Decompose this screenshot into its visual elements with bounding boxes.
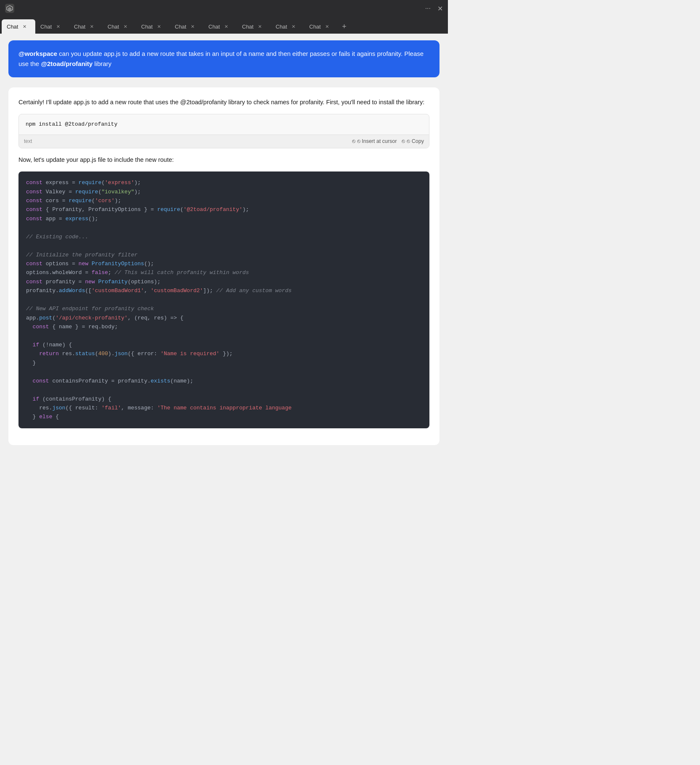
app-logo-icon — [5, 4, 14, 13]
title-bar-left — [5, 4, 14, 13]
assistant-response: Certainly! I'll update app.js to add a n… — [8, 87, 439, 445]
tab-label-0: Chat — [7, 24, 18, 30]
user-message: @workspace can you update app.js to add … — [8, 40, 439, 77]
content-area: @workspace can you update app.js to add … — [0, 34, 448, 765]
tab-close-9[interactable]: ✕ — [324, 24, 330, 29]
more-button[interactable]: ··· — [425, 5, 431, 12]
tab-2[interactable]: Chat ✕ — [69, 19, 103, 34]
tab-close-7[interactable]: ✕ — [257, 24, 263, 29]
main-code-block: const express = require('express'); cons… — [18, 171, 429, 428]
title-bar: ··· ✕ — [0, 0, 448, 17]
tab-7[interactable]: Chat ✕ — [237, 19, 271, 34]
tab-close-1[interactable]: ✕ — [55, 24, 61, 29]
mention-workspace: @workspace — [18, 50, 57, 57]
tab-label-9: Chat — [309, 24, 321, 30]
install-code: npm install @2toad/profanity — [19, 114, 429, 135]
tab-label-8: Chat — [276, 24, 287, 30]
tab-close-6[interactable]: ✕ — [223, 24, 229, 29]
tab-label-6: Chat — [208, 24, 220, 30]
tab-label-1: Chat — [40, 24, 52, 30]
copy-label: ⎋ Copy — [407, 138, 424, 144]
add-tab-button[interactable]: + — [338, 19, 351, 34]
tab-label-2: Chat — [74, 24, 85, 30]
copy-button[interactable]: ⎋ ⎋ Copy — [402, 138, 424, 144]
install-code-block: npm install @2toad/profanity text ⎋ ⎋ In… — [18, 114, 429, 148]
tab-close-8[interactable]: ✕ — [290, 24, 296, 29]
user-message-text2: library — [92, 60, 111, 67]
tab-close-2[interactable]: ✕ — [89, 24, 95, 29]
close-button[interactable]: ✕ — [437, 5, 443, 13]
insert-at-cursor-button[interactable]: ⎋ ⎋ Insert at cursor — [352, 138, 397, 144]
tab-0[interactable]: Chat ✕ — [2, 19, 35, 34]
tab-1[interactable]: Chat ✕ — [35, 19, 69, 34]
title-bar-right: ··· ✕ — [425, 5, 443, 13]
tab-label-3: Chat — [108, 24, 119, 30]
tab-8[interactable]: Chat ✕ — [271, 19, 304, 34]
tab-5[interactable]: Chat ✕ — [170, 19, 203, 34]
tab-bar: Chat ✕ Chat ✕ Chat ✕ Chat ✕ Chat ✕ Chat … — [0, 17, 448, 34]
code-lang-label: text — [24, 137, 32, 145]
insert-icon: ⎋ — [352, 138, 355, 144]
assistant-text2: Now, let's update your app.js file to in… — [18, 155, 429, 165]
code-actions: ⎋ ⎋ Insert at cursor ⎋ ⎋ Copy — [352, 138, 424, 144]
tab-4[interactable]: Chat ✕ — [136, 19, 170, 34]
tab-label-5: Chat — [175, 24, 186, 30]
tab-close-4[interactable]: ✕ — [156, 24, 162, 29]
tab-close-0[interactable]: ✕ — [21, 24, 27, 29]
tab-label-4: Chat — [141, 24, 153, 30]
tab-6[interactable]: Chat ✕ — [203, 19, 237, 34]
insert-label: ⎋ Insert at cursor — [357, 138, 397, 144]
tab-label-7: Chat — [242, 24, 253, 30]
mention-library: @2toad/profanity — [41, 60, 92, 67]
tab-close-5[interactable]: ✕ — [189, 24, 195, 29]
assistant-intro: Certainly! I'll update app.js to add a n… — [18, 98, 429, 107]
copy-icon: ⎋ — [402, 138, 405, 144]
code-block-footer: text ⎋ ⎋ Insert at cursor ⎋ ⎋ Copy — [19, 135, 429, 148]
tab-close-3[interactable]: ✕ — [122, 24, 128, 29]
tab-9[interactable]: Chat ✕ — [304, 19, 338, 34]
tab-3[interactable]: Chat ✕ — [103, 19, 136, 34]
